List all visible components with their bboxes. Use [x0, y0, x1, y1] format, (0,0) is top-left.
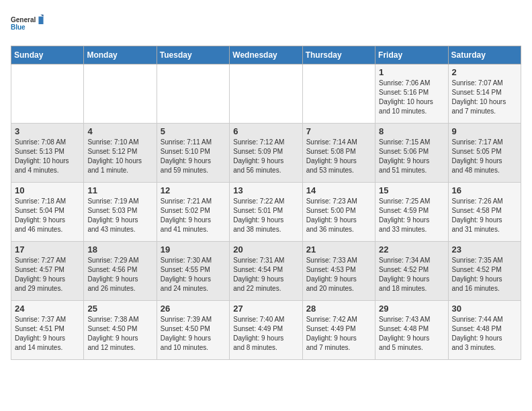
day-info: Sunrise: 7:06 AM Sunset: 5:16 PM Dayligh…: [379, 79, 444, 116]
calendar-cell: 19Sunrise: 7:30 AM Sunset: 4:55 PM Dayli…: [157, 242, 229, 301]
calendar-cell: 26Sunrise: 7:39 AM Sunset: 4:50 PM Dayli…: [157, 301, 229, 360]
weekday-header-sunday: Sunday: [11, 46, 84, 64]
day-number: 7: [306, 126, 371, 136]
day-number: 16: [452, 185, 517, 195]
calendar-cell: 12Sunrise: 7:21 AM Sunset: 5:02 PM Dayli…: [157, 183, 229, 242]
calendar-week-3: 10Sunrise: 7:18 AM Sunset: 5:04 PM Dayli…: [11, 183, 521, 242]
day-number: 8: [379, 126, 444, 136]
day-number: 29: [379, 304, 444, 314]
logo-svg: General Blue: [11, 11, 44, 38]
weekday-header-thursday: Thursday: [302, 46, 375, 64]
day-info: Sunrise: 7:44 AM Sunset: 4:48 PM Dayligh…: [452, 315, 517, 353]
calendar-cell: [157, 64, 229, 124]
day-info: Sunrise: 7:17 AM Sunset: 5:05 PM Dayligh…: [452, 138, 517, 175]
day-number: 24: [15, 304, 80, 314]
day-info: Sunrise: 7:26 AM Sunset: 4:58 PM Dayligh…: [452, 197, 517, 234]
day-info: Sunrise: 7:15 AM Sunset: 5:06 PM Dayligh…: [379, 138, 444, 175]
day-number: 5: [161, 126, 226, 136]
day-info: Sunrise: 7:37 AM Sunset: 4:51 PM Dayligh…: [15, 315, 80, 353]
day-number: 3: [15, 126, 80, 136]
day-info: Sunrise: 7:35 AM Sunset: 4:52 PM Dayligh…: [452, 256, 517, 293]
day-number: 2: [452, 67, 517, 77]
day-number: 12: [161, 185, 226, 195]
calendar-week-5: 24Sunrise: 7:37 AM Sunset: 4:51 PM Dayli…: [11, 301, 521, 360]
calendar-cell: 22Sunrise: 7:34 AM Sunset: 4:52 PM Dayli…: [375, 242, 448, 301]
day-info: Sunrise: 7:12 AM Sunset: 5:09 PM Dayligh…: [233, 138, 298, 175]
day-number: 25: [87, 304, 152, 314]
day-number: 22: [379, 244, 444, 255]
weekday-header-tuesday: Tuesday: [157, 46, 229, 64]
day-number: 15: [379, 185, 444, 195]
calendar-cell: 29Sunrise: 7:43 AM Sunset: 4:48 PM Dayli…: [375, 301, 448, 360]
day-info: Sunrise: 7:19 AM Sunset: 5:03 PM Dayligh…: [87, 197, 152, 234]
day-info: Sunrise: 7:38 AM Sunset: 4:50 PM Dayligh…: [87, 315, 152, 353]
day-info: Sunrise: 7:40 AM Sunset: 4:49 PM Dayligh…: [233, 315, 298, 353]
calendar-cell: 21Sunrise: 7:33 AM Sunset: 4:53 PM Dayli…: [302, 242, 375, 301]
day-info: Sunrise: 7:14 AM Sunset: 5:08 PM Dayligh…: [306, 138, 371, 175]
calendar-cell: 9Sunrise: 7:17 AM Sunset: 5:05 PM Daylig…: [448, 124, 521, 183]
day-info: Sunrise: 7:34 AM Sunset: 4:52 PM Dayligh…: [379, 256, 444, 293]
page-header: General Blue: [11, 11, 521, 38]
calendar-cell: 28Sunrise: 7:42 AM Sunset: 4:49 PM Dayli…: [302, 301, 375, 360]
calendar-cell: 16Sunrise: 7:26 AM Sunset: 4:58 PM Dayli…: [448, 183, 521, 242]
weekday-header-wednesday: Wednesday: [230, 46, 302, 64]
calendar-cell: 17Sunrise: 7:27 AM Sunset: 4:57 PM Dayli…: [11, 242, 84, 301]
day-number: 20: [233, 244, 298, 255]
day-info: Sunrise: 7:29 AM Sunset: 4:56 PM Dayligh…: [87, 256, 152, 293]
day-number: 26: [161, 304, 226, 314]
day-info: Sunrise: 7:07 AM Sunset: 5:14 PM Dayligh…: [452, 79, 517, 116]
calendar-cell: 27Sunrise: 7:40 AM Sunset: 4:49 PM Dayli…: [230, 301, 302, 360]
calendar-cell: [302, 64, 375, 124]
calendar-cell: [84, 64, 157, 124]
day-number: 28: [306, 304, 371, 314]
day-info: Sunrise: 7:08 AM Sunset: 5:13 PM Dayligh…: [15, 138, 80, 175]
calendar-cell: 5Sunrise: 7:11 AM Sunset: 5:10 PM Daylig…: [157, 124, 229, 183]
calendar-body: 1Sunrise: 7:06 AM Sunset: 5:16 PM Daylig…: [11, 64, 521, 360]
calendar-cell: 6Sunrise: 7:12 AM Sunset: 5:09 PM Daylig…: [230, 124, 302, 183]
calendar-cell: 20Sunrise: 7:31 AM Sunset: 4:54 PM Dayli…: [230, 242, 302, 301]
calendar-week-2: 3Sunrise: 7:08 AM Sunset: 5:13 PM Daylig…: [11, 124, 521, 183]
svg-text:Blue: Blue: [11, 24, 26, 31]
day-info: Sunrise: 7:21 AM Sunset: 5:02 PM Dayligh…: [161, 197, 226, 234]
calendar-cell: 18Sunrise: 7:29 AM Sunset: 4:56 PM Dayli…: [84, 242, 157, 301]
calendar-table: SundayMondayTuesdayWednesdayThursdayFrid…: [11, 46, 521, 360]
day-info: Sunrise: 7:39 AM Sunset: 4:50 PM Dayligh…: [161, 315, 226, 353]
svg-marker-3: [40, 15, 43, 17]
weekday-header-monday: Monday: [84, 46, 157, 64]
calendar-cell: 23Sunrise: 7:35 AM Sunset: 4:52 PM Dayli…: [448, 242, 521, 301]
day-info: Sunrise: 7:22 AM Sunset: 5:01 PM Dayligh…: [233, 197, 298, 234]
calendar-cell: 13Sunrise: 7:22 AM Sunset: 5:01 PM Dayli…: [230, 183, 302, 242]
day-info: Sunrise: 7:18 AM Sunset: 5:04 PM Dayligh…: [15, 197, 80, 234]
calendar-cell: 25Sunrise: 7:38 AM Sunset: 4:50 PM Dayli…: [84, 301, 157, 360]
day-number: 1: [379, 67, 444, 77]
calendar-cell: 30Sunrise: 7:44 AM Sunset: 4:48 PM Dayli…: [448, 301, 521, 360]
day-number: 4: [87, 126, 152, 136]
day-number: 17: [15, 244, 80, 255]
calendar-cell: 24Sunrise: 7:37 AM Sunset: 4:51 PM Dayli…: [11, 301, 84, 360]
day-number: 13: [233, 185, 298, 195]
day-info: Sunrise: 7:30 AM Sunset: 4:55 PM Dayligh…: [161, 256, 226, 293]
calendar-cell: 7Sunrise: 7:14 AM Sunset: 5:08 PM Daylig…: [302, 124, 375, 183]
calendar-cell: 2Sunrise: 7:07 AM Sunset: 5:14 PM Daylig…: [448, 64, 521, 124]
day-number: 10: [15, 185, 80, 195]
calendar-cell: 11Sunrise: 7:19 AM Sunset: 5:03 PM Dayli…: [84, 183, 157, 242]
day-number: 9: [452, 126, 517, 136]
day-info: Sunrise: 7:10 AM Sunset: 5:12 PM Dayligh…: [87, 138, 152, 175]
day-number: 11: [87, 185, 152, 195]
day-info: Sunrise: 7:11 AM Sunset: 5:10 PM Dayligh…: [161, 138, 226, 175]
calendar-cell: 8Sunrise: 7:15 AM Sunset: 5:06 PM Daylig…: [375, 124, 448, 183]
day-number: 6: [233, 126, 298, 136]
day-number: 27: [233, 304, 298, 314]
calendar-cell: [11, 64, 84, 124]
day-number: 18: [87, 244, 152, 255]
day-info: Sunrise: 7:25 AM Sunset: 4:59 PM Dayligh…: [379, 197, 444, 234]
calendar-cell: 3Sunrise: 7:08 AM Sunset: 5:13 PM Daylig…: [11, 124, 84, 183]
calendar-week-1: 1Sunrise: 7:06 AM Sunset: 5:16 PM Daylig…: [11, 64, 521, 124]
weekday-header-friday: Friday: [375, 46, 448, 64]
day-info: Sunrise: 7:42 AM Sunset: 4:49 PM Dayligh…: [306, 315, 371, 353]
day-info: Sunrise: 7:27 AM Sunset: 4:57 PM Dayligh…: [15, 256, 80, 293]
day-info: Sunrise: 7:43 AM Sunset: 4:48 PM Dayligh…: [379, 315, 444, 353]
calendar-cell: [230, 64, 302, 124]
calendar-cell: 4Sunrise: 7:10 AM Sunset: 5:12 PM Daylig…: [84, 124, 157, 183]
day-number: 23: [452, 244, 517, 255]
